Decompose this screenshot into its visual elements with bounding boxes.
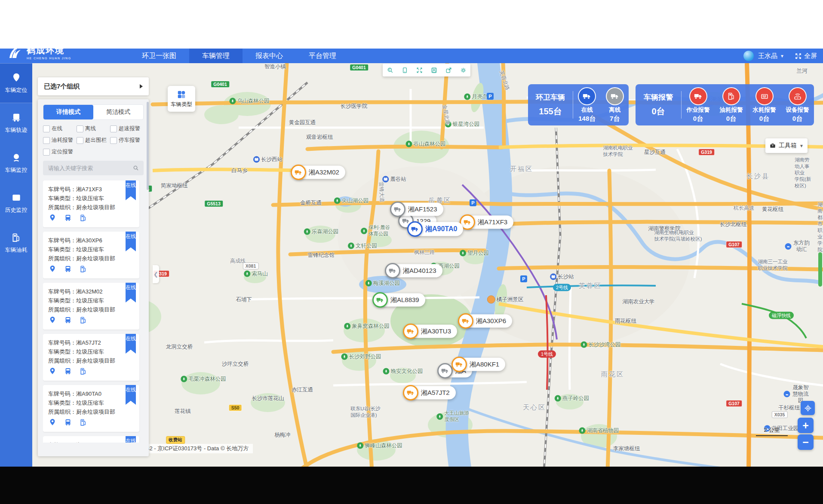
map-label: 雨花区 (601, 371, 624, 377)
tab-simple-mode[interactable]: 简洁模式 (93, 105, 143, 119)
save-icon[interactable] (430, 67, 438, 74)
offline-stat[interactable]: 离线 7台 (606, 87, 624, 123)
fuel-vehicle-icon[interactable] (79, 316, 88, 326)
org-selector[interactable]: 已选7个组织 (38, 77, 149, 95)
vehicle-marker[interactable]: 湘A30TU3 (403, 324, 418, 339)
map-label: 湖南机电职业 技术学院 (603, 145, 633, 158)
search-input[interactable] (47, 165, 132, 172)
truck-icon (458, 313, 473, 329)
zoom-out-button[interactable]: − (798, 434, 814, 450)
tablet-icon[interactable] (401, 67, 408, 74)
vehicle-marker[interactable]: 湘AL8839 (372, 292, 388, 308)
alarm-count: 0台 (759, 115, 769, 123)
map-label: 索马山 (244, 271, 268, 277)
vehicle-card[interactable]: 车牌号码：湘A90TA0 车辆类型：垃圾压缩车 所属组织：厨余垃圾项目部 在线 (43, 385, 139, 432)
track-vehicle-icon[interactable] (64, 316, 72, 326)
track-vehicle-icon[interactable] (64, 367, 72, 377)
fuel-vehicle-icon[interactable] (79, 214, 88, 224)
zoom-in-button[interactable]: + (798, 418, 814, 433)
filter-2[interactable]: 离线 (77, 125, 110, 132)
org-field-label: 所属组织： (48, 204, 76, 211)
track-vehicle-icon[interactable] (64, 214, 72, 224)
alarm-stat-1[interactable]: 作业报警 0台 (687, 87, 710, 123)
track-vehicle-icon[interactable] (64, 418, 72, 428)
vehicle-card[interactable]: 车牌号码：湘A30XP6 车辆类型：垃圾压缩车 所属组织：厨余垃圾项目部 在线 (43, 232, 139, 278)
search-icon[interactable] (132, 165, 139, 171)
locate-vehicle-icon[interactable] (48, 316, 57, 326)
settings-icon[interactable] (460, 67, 467, 74)
checkbox-icon[interactable] (43, 149, 50, 156)
vehicle-type-button[interactable]: 车辆类型 (168, 86, 195, 112)
sidebar-item-3[interactable]: 车辆监控 (0, 143, 32, 183)
vehicle-marker[interactable]: 湘A (437, 363, 453, 379)
map-label: 天心区 (523, 404, 546, 410)
user-avatar[interactable] (743, 51, 754, 61)
filter-5[interactable]: 超出围栏 (77, 137, 110, 144)
vehicle-marker[interactable]: 湘A32M02 (291, 165, 306, 180)
plate-field-label: 车牌号码： (48, 237, 76, 244)
list-scrollbar[interactable] (147, 102, 149, 190)
fuel-vehicle-icon[interactable] (79, 367, 88, 377)
checkbox-icon[interactable] (110, 137, 117, 144)
filter-label: 油耗报警 (52, 137, 73, 144)
alarm-stat-4[interactable]: 设备报警 0台 (786, 87, 809, 123)
map-label: 白马乡 (231, 168, 248, 174)
toolbox-dropdown[interactable]: 工具箱 ▼ (765, 138, 808, 153)
type-field-label: 车辆类型： (48, 348, 76, 355)
nav-item-1[interactable]: 环卫一张图 (129, 49, 189, 63)
sidebar-item-4[interactable]: 历史监控 (0, 183, 32, 223)
vehicle-card[interactable]: 车牌号码：湘A57JT2 车辆类型：垃圾压缩车 所属组织：厨余垃圾项目部 在线 (43, 334, 139, 381)
tab-detail-mode[interactable]: 详情模式 (43, 105, 93, 119)
vehicle-marker[interactable]: 湘AF1523 (390, 202, 405, 217)
locate-vehicle-icon[interactable] (48, 367, 57, 377)
filter-7[interactable]: 定位报警 (43, 148, 77, 156)
vehicle-marker[interactable]: 湘A57JT2 (403, 385, 418, 400)
vehicle-marker[interactable]: 湘A80KF1 (451, 357, 467, 372)
filter-1[interactable]: 在线 (43, 125, 77, 132)
fullscreen-label: 全屏 (804, 52, 817, 60)
vehicle-marker[interactable]: 湘AD40123 (385, 263, 400, 278)
panel-collapse-handle[interactable]: ❮ (153, 265, 159, 283)
fullscreen-button[interactable]: 全屏 (795, 52, 817, 60)
online-stat[interactable]: 在线 148台 (578, 87, 596, 123)
locate-vehicle-icon[interactable] (48, 418, 57, 428)
sidebar-item-5[interactable]: 车辆油耗 (0, 223, 32, 263)
vehicle-card[interactable]: 车牌号码：湘A32M02 车辆类型：垃圾压缩车 所属组织：厨余垃圾项目部 在线 (43, 283, 139, 330)
alarm-stat-2[interactable]: 油耗报警 0台 (720, 87, 743, 123)
sidebar-item-1[interactable]: 车辆定位 (0, 63, 32, 103)
checkbox-icon[interactable] (110, 125, 117, 132)
sidebar-item-2[interactable]: 车辆轨迹 (0, 103, 32, 143)
locate-vehicle-icon[interactable] (48, 265, 57, 275)
checkbox-icon[interactable] (43, 137, 50, 144)
checkbox-icon[interactable] (43, 125, 50, 132)
fuel-vehicle-icon[interactable] (79, 265, 88, 275)
org-selector-label: 已选7个组织 (44, 82, 80, 91)
vehicle-card[interactable]: 车牌号码：湘A80KF1 车辆类型：垃圾压缩车 所属组织：厨余垃圾项目部 在线 (43, 436, 139, 443)
filter-4[interactable]: 油耗报警 (43, 137, 77, 144)
checkbox-icon[interactable] (77, 137, 83, 144)
filter-3[interactable]: 超速报警 (110, 125, 144, 132)
locate-vehicle-icon[interactable] (48, 214, 57, 224)
filter-6[interactable]: 停车报警 (110, 137, 144, 144)
vehicle-marker[interactable]: 湘A90TA0 (407, 221, 423, 237)
nav-item-2[interactable]: 车辆管理 (189, 49, 243, 63)
parking-icon: P (470, 199, 476, 206)
zoom-icon[interactable] (387, 67, 394, 74)
map-canvas[interactable]: 智造小镇乌山森林公园长沙医学院黄金园互通月亮岛银星湾公园观音岩枢纽谷山森林公园开… (32, 63, 823, 467)
expand-icon[interactable] (416, 67, 423, 74)
nav-item-4[interactable]: 平台管理 (296, 49, 349, 63)
alarm-stat-3[interactable]: 水耗报警 0台 (753, 87, 776, 123)
vehicle-card[interactable]: 车牌号码：湘A71XF3 车辆类型：垃圾压缩车 所属组织：厨余垃圾项目部 在线 (43, 180, 139, 227)
map-label: 毛栗冲森林公园 (181, 376, 226, 382)
map-label: 金桥互通 (300, 200, 322, 206)
chevron-down-icon[interactable]: ▼ (780, 54, 784, 58)
user-name[interactable]: 王水晶 (758, 52, 777, 60)
export-icon[interactable] (445, 67, 452, 74)
checkbox-icon[interactable] (77, 125, 83, 132)
map-label: 李家塘枢纽 (613, 446, 640, 452)
locate-button[interactable] (801, 401, 815, 415)
nav-item-3[interactable]: 报表中心 (243, 49, 296, 63)
track-vehicle-icon[interactable] (64, 265, 72, 275)
vehicle-marker[interactable]: 湘A30XP6 (458, 313, 473, 329)
fuel-vehicle-icon[interactable] (79, 418, 88, 428)
